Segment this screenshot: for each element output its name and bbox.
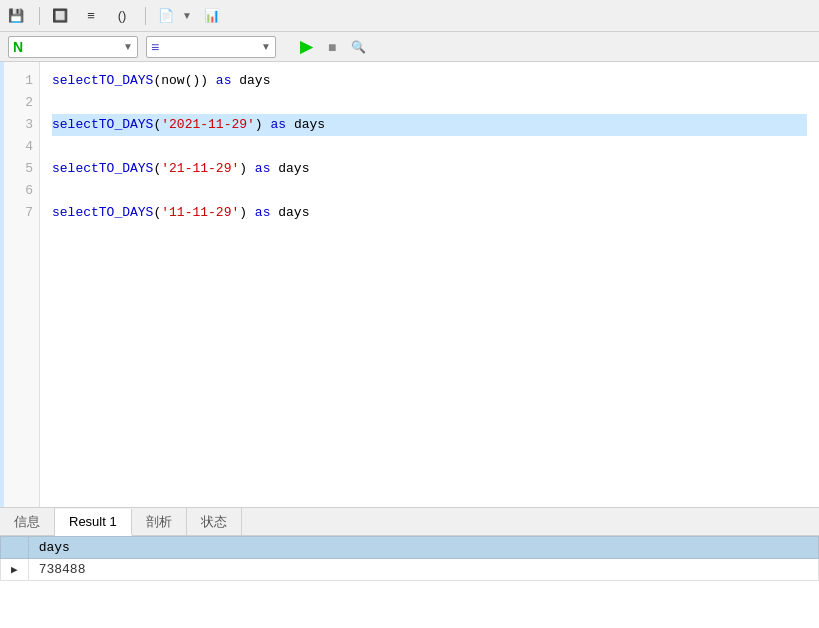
result-table: days ▶738488 — [0, 536, 819, 581]
result-tab-信息[interactable]: 信息 — [0, 508, 55, 535]
text-dropdown-arrow: ▼ — [182, 10, 192, 21]
stop-button[interactable]: ■ — [328, 39, 339, 55]
text-icon: 📄 — [158, 8, 174, 24]
save-button[interactable]: 💾 — [8, 8, 27, 24]
row-marker: ▶ — [1, 559, 29, 581]
table-row: ▶738488 — [1, 559, 819, 581]
database-dropdown-arrow: ▼ — [261, 41, 271, 52]
code-line — [52, 92, 807, 114]
bottom-panel: 信息Result 1剖析状态 days ▶738488 — [0, 508, 819, 628]
host-dropdown-arrow: ▼ — [123, 41, 133, 52]
result-tabs: 信息Result 1剖析状态 — [0, 508, 819, 536]
export-button[interactable]: 📊 — [204, 8, 223, 24]
code-line: select TO_DAYS('21-11-29') as days — [52, 158, 807, 180]
run-icon: ▶ — [300, 37, 312, 56]
explain-button[interactable]: 🔍 — [351, 40, 369, 54]
column-header-days: days — [28, 537, 818, 559]
editor-area: 1234567 select TO_DAYS(now()) as days se… — [0, 62, 819, 508]
run-controls: ▶ ■ 🔍 — [300, 37, 369, 56]
code-line — [52, 136, 807, 158]
line-numbers: 1234567 — [4, 62, 40, 507]
stop-icon: ■ — [328, 39, 336, 55]
result-tab-剖析[interactable]: 剖析 — [132, 508, 187, 535]
result-tab-result-1[interactable]: Result 1 — [55, 509, 132, 536]
code-line — [52, 180, 807, 202]
toolbar-separator-2 — [145, 7, 146, 25]
code-snippet-button[interactable]: () — [114, 8, 133, 24]
table-cell: 738488 — [28, 559, 818, 581]
beautify-sql-button[interactable]: ≡ — [83, 8, 102, 24]
save-icon: 💾 — [8, 8, 24, 24]
toolbar-separator-1 — [39, 7, 40, 25]
host-selector[interactable]: N ▼ — [8, 36, 138, 58]
host-icon: N — [13, 39, 23, 55]
query-builder-button[interactable]: 🔲 — [52, 8, 71, 24]
toolbar: 💾 🔲 ≡ () 📄 ▼ 📊 — [0, 0, 819, 32]
code-editor[interactable]: select TO_DAYS(now()) as days select TO_… — [40, 62, 819, 507]
code-line: select TO_DAYS('2021-11-29') as days — [52, 114, 807, 136]
database-selector[interactable]: ≡ ▼ — [146, 36, 276, 58]
run-button[interactable]: ▶ — [300, 37, 316, 56]
database-icon: ≡ — [151, 39, 159, 55]
code-snippet-icon: () — [114, 8, 130, 24]
beautify-sql-icon: ≡ — [83, 8, 99, 24]
connection-bar: N ▼ ≡ ▼ ▶ ■ 🔍 — [0, 32, 819, 62]
explain-icon: 🔍 — [351, 40, 366, 54]
code-line: select TO_DAYS('11-11-29') as days — [52, 202, 807, 224]
code-line: select TO_DAYS(now()) as days — [52, 70, 807, 92]
result-tab-状态[interactable]: 状态 — [187, 508, 242, 535]
query-builder-icon: 🔲 — [52, 8, 68, 24]
text-button[interactable]: 📄 ▼ — [158, 8, 192, 24]
export-icon: 📊 — [204, 8, 220, 24]
result-content: days ▶738488 — [0, 536, 819, 628]
